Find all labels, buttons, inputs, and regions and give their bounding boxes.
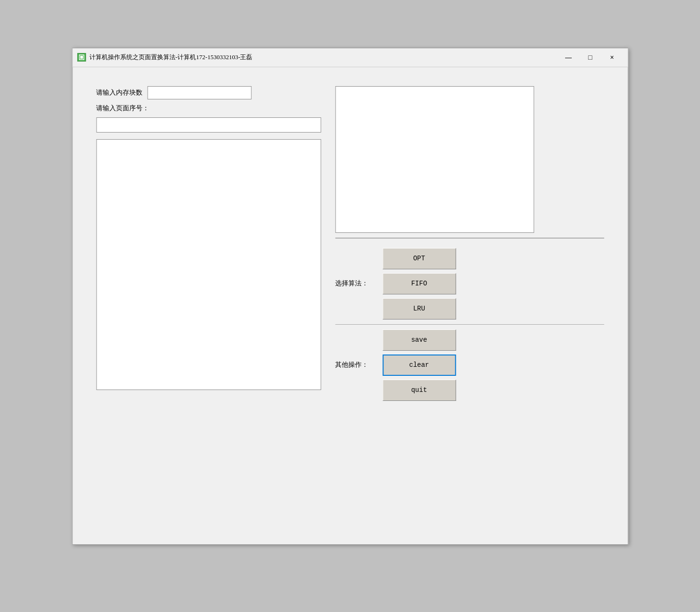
title-bar: 计算机操作系统之页面置换算法-计算机172-1530332103-王磊 — □ … <box>72 48 628 67</box>
algo-btn-group: OPT FIFO LRU <box>382 248 456 319</box>
fifo-button[interactable]: FIFO <box>382 273 456 294</box>
page-seq-label-row: 请输入页面序号： <box>96 104 321 113</box>
quit-button[interactable]: quit <box>382 380 456 401</box>
main-display-area[interactable] <box>96 139 321 390</box>
other-btn-group: save clear quit <box>382 329 456 401</box>
block-count-input[interactable] <box>147 86 251 99</box>
window-controls: — □ × <box>558 50 623 64</box>
page-seq-input[interactable] <box>96 117 321 133</box>
algo-label: 选择算法： <box>335 279 373 288</box>
block-count-label: 请输入内存块数 <box>96 89 142 97</box>
block-count-row: 请输入内存块数 <box>96 86 321 99</box>
other-section: 其他操作： save clear quit <box>335 324 604 406</box>
other-label: 其他操作： <box>335 361 373 369</box>
right-sections: 选择算法： OPT FIFO LRU 其他操作： save clear quit <box>335 243 604 406</box>
main-window: 计算机操作系统之页面置换算法-计算机172-1530332103-王磊 — □ … <box>72 48 628 545</box>
page-seq-label: 请输入页面序号： <box>96 105 149 112</box>
clear-button[interactable]: clear <box>382 355 456 376</box>
algo-section: 选择算法： OPT FIFO LRU <box>335 243 604 324</box>
close-button[interactable]: × <box>601 50 623 64</box>
divider-1 <box>335 238 604 239</box>
window-title: 计算机操作系统之页面置换算法-计算机172-1530332103-王磊 <box>89 53 558 62</box>
app-icon <box>77 53 86 62</box>
opt-button[interactable]: OPT <box>382 248 456 269</box>
lru-button[interactable]: LRU <box>382 298 456 319</box>
save-button[interactable]: save <box>382 329 456 351</box>
svg-rect-1 <box>80 56 83 59</box>
right-panel: 选择算法： OPT FIFO LRU 其他操作： save clear quit <box>335 86 604 406</box>
left-panel: 请输入内存块数 请输入页面序号： <box>96 86 321 406</box>
maximize-button[interactable]: □ <box>579 50 601 64</box>
content-area: 请输入内存块数 请输入页面序号： 选择算法： OPT FIFO LR <box>72 67 628 425</box>
result-display-area[interactable] <box>335 86 534 233</box>
minimize-button[interactable]: — <box>558 50 579 64</box>
